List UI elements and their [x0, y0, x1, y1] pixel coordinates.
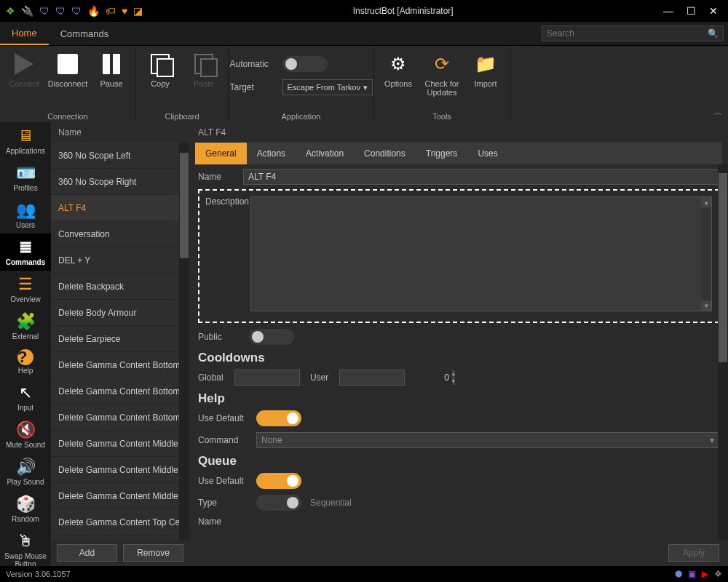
search-input[interactable] — [547, 28, 708, 39]
note-icon: ◪ — [133, 5, 143, 17]
command-list-item[interactable]: 360 No Scope Right — [51, 169, 189, 195]
target-value: Escape From Tarkov — [288, 83, 361, 92]
maximize-button[interactable]: ☐ — [687, 5, 696, 17]
tab-activation[interactable]: Activation — [296, 143, 354, 164]
cursor-icon: ↖ — [19, 383, 32, 402]
scroll-down-icon[interactable]: ▾ — [701, 300, 711, 311]
check-updates-button[interactable]: ⟳ Check for Updates — [422, 49, 462, 100]
app-icon[interactable]: ❖ — [714, 569, 722, 579]
connect-button[interactable]: Connect — [4, 49, 44, 91]
remove-button[interactable]: Remove — [123, 544, 183, 562]
flame-icon: 🔥 — [87, 5, 100, 17]
apply-button[interactable]: Apply — [668, 544, 719, 562]
discord-icon[interactable]: ⬢ — [675, 569, 682, 579]
ribbon-group-application: Automatic Target Escape From Tarkov ▾ Ap… — [229, 46, 374, 122]
sidenav-item-profiles[interactable]: 🪪Profiles — [0, 159, 51, 196]
command-list-item[interactable]: Delete Backpack — [51, 274, 189, 300]
command-list-item[interactable]: DEL + Y — [51, 247, 189, 274]
command-list-item[interactable]: Conversation — [51, 221, 189, 247]
command-list-item[interactable]: Delete Gamma Content Middle L... — [51, 457, 189, 483]
disconnect-button[interactable]: Disconnect — [48, 49, 87, 91]
command-list-item[interactable]: Delete Gamma Content Top Ce... — [51, 509, 189, 535]
detail-panel: ALT F4 General Actions Activation Condit… — [189, 122, 728, 566]
tab-commands[interactable]: Commands — [49, 22, 120, 45]
command-list-item[interactable]: Delete Earpiece — [51, 326, 189, 352]
tab-actions[interactable]: Actions — [247, 143, 296, 164]
profile-icon: 🪪 — [16, 164, 36, 183]
global-spinner[interactable]: ▴▾ — [234, 370, 300, 386]
scrollbar-thumb[interactable] — [180, 153, 189, 258]
tab-conditions[interactable]: Conditions — [354, 143, 416, 164]
target-label: Target — [230, 82, 275, 92]
description-input[interactable]: ▴▾ — [250, 196, 712, 311]
youtube-icon[interactable]: ▶ — [702, 569, 708, 579]
command-list-item[interactable]: Delete Gamma Content Middle ... — [51, 483, 189, 509]
tab-general[interactable]: General — [195, 143, 247, 164]
minimize-button[interactable]: — — [663, 5, 673, 17]
help-use-default-toggle[interactable] — [256, 410, 301, 426]
ribbon-collapse-button[interactable]: ︿ — [714, 107, 722, 118]
scrollbar[interactable]: ▴▾ — [701, 197, 711, 311]
window-title: InstructBot [Administrator] — [143, 6, 663, 16]
queue-type-toggle[interactable] — [256, 495, 301, 511]
ribbon-group-label: Tools — [432, 112, 451, 121]
copy-icon — [148, 52, 173, 76]
twitch-icon[interactable]: ▣ — [688, 569, 696, 579]
queue-use-default-toggle[interactable] — [256, 473, 301, 489]
detail-tabs: General Actions Activation Conditions Tr… — [195, 143, 722, 164]
paste-button[interactable]: Paste — [184, 49, 223, 91]
sidenav-item-help[interactable]: ?Help — [0, 345, 51, 379]
command-list-item[interactable]: Delete Gamma Content Middle ... — [51, 431, 189, 457]
target-dropdown[interactable]: Escape From Tarkov ▾ — [282, 79, 373, 95]
ribbon-group-label: Connection — [47, 112, 88, 121]
spinner-down-icon[interactable]: ▾ — [452, 378, 455, 385]
scroll-up-icon[interactable]: ▴ — [701, 197, 711, 207]
scrollbar[interactable] — [718, 164, 728, 540]
queue-use-default-label: Use Default — [198, 476, 250, 486]
plug-icon: 🔌 — [21, 5, 33, 17]
command-list-item[interactable]: Delete Body Armour — [51, 300, 189, 326]
name-input[interactable] — [243, 169, 719, 185]
sidenav-item-overview[interactable]: ☰Overview — [0, 271, 51, 308]
shield-icon: 🛡 — [55, 5, 66, 17]
pause-button[interactable]: Pause — [92, 49, 131, 91]
queue-name-label: Name — [198, 517, 250, 527]
sidenav-item-external[interactable]: 🧩External — [0, 308, 51, 345]
sidenav-item-commands[interactable]: ≣Commands — [0, 234, 51, 271]
sidenav-item-input[interactable]: ↖Input — [0, 379, 51, 416]
public-toggle[interactable] — [249, 329, 294, 345]
command-list-item[interactable]: ALT F4 — [51, 195, 189, 221]
description-highlight-box: Description ▴▾ — [198, 189, 719, 323]
command-list-item[interactable]: Delete Gamma Content Bottom ... — [51, 352, 189, 378]
search-box[interactable]: 🔍 — [542, 25, 724, 41]
sidenav-item-play-sound[interactable]: 🔊Play Sound — [0, 453, 51, 490]
sidenav-item-random[interactable]: 🎲Random — [0, 490, 51, 527]
scrollbar[interactable] — [179, 143, 189, 540]
command-list-item[interactable]: Delete Gamma Content Bottom ... — [51, 404, 189, 431]
dice-icon: 🎲 — [16, 495, 36, 514]
scrollbar-thumb[interactable] — [719, 173, 727, 362]
sidenav-item-mute-sound[interactable]: 🔇Mute Sound — [0, 416, 51, 453]
sidenav-item-users[interactable]: 👥Users — [0, 196, 51, 234]
tab-triggers[interactable]: Triggers — [416, 143, 468, 164]
overview-icon: ☰ — [18, 275, 33, 294]
user-value[interactable] — [340, 372, 452, 383]
close-button[interactable]: ✕ — [709, 5, 718, 17]
command-list-item[interactable]: 360 No Scope Left — [51, 143, 189, 169]
sidenav-item-applications[interactable]: 🖥Applications — [0, 122, 51, 159]
user-spinner[interactable]: ▴▾ — [339, 370, 405, 386]
copy-button[interactable]: Copy — [141, 49, 180, 91]
tab-home[interactable]: Home — [0, 22, 49, 45]
command-dropdown[interactable]: None▾ — [256, 432, 719, 448]
add-button[interactable]: Add — [57, 544, 117, 562]
statusbar: Version 3.06.1057 ⬢ ▣ ▶ ❖ — [0, 566, 728, 582]
sound-icon: 🔊 — [16, 458, 36, 477]
spinner-up-icon[interactable]: ▴ — [452, 370, 455, 378]
queue-title: Queue — [198, 454, 719, 469]
sidenav-item-swap-mouse[interactable]: 🖱Swap Mouse Button — [0, 527, 51, 566]
automatic-toggle[interactable] — [282, 56, 328, 72]
command-list-item[interactable]: Delete Gamma Content Bottom ... — [51, 378, 189, 404]
options-button[interactable]: ⚙ Options — [379, 49, 418, 100]
import-button[interactable]: 📁 Import — [466, 49, 505, 100]
tab-uses[interactable]: Uses — [467, 143, 507, 164]
